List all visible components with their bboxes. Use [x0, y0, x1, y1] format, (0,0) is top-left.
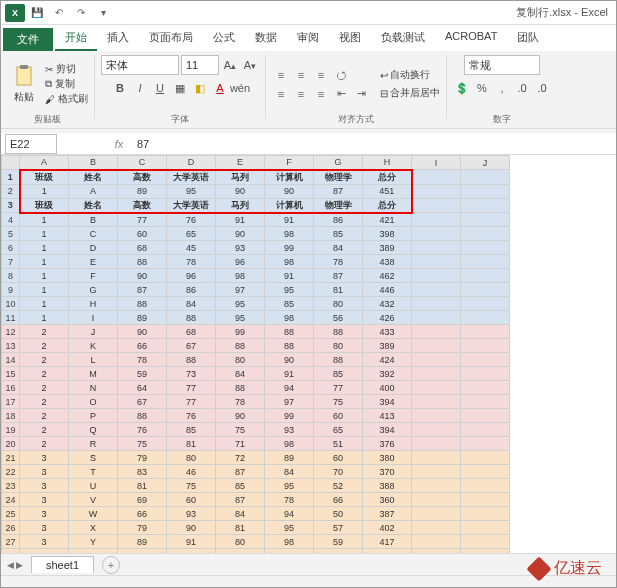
- cell[interactable]: 60: [118, 227, 167, 241]
- cell[interactable]: 59: [314, 535, 363, 549]
- copy-button[interactable]: ⧉复制: [45, 77, 88, 91]
- cell[interactable]: 65: [167, 227, 216, 241]
- paste-button[interactable]: 粘贴: [7, 58, 41, 110]
- cell[interactable]: M: [69, 367, 118, 381]
- row-header[interactable]: 27: [2, 535, 20, 549]
- font-name-select[interactable]: 宋体: [101, 55, 179, 75]
- number-format-select[interactable]: 常规: [464, 55, 540, 75]
- cell[interactable]: 90: [216, 227, 265, 241]
- percent-button[interactable]: %: [473, 79, 491, 97]
- cell[interactable]: 95: [167, 184, 216, 198]
- cell[interactable]: 总分: [363, 170, 412, 185]
- cell[interactable]: 90: [118, 325, 167, 339]
- cell[interactable]: 77: [167, 381, 216, 395]
- cell[interactable]: 98: [216, 269, 265, 283]
- cell[interactable]: 77: [167, 395, 216, 409]
- cell[interactable]: 389: [363, 339, 412, 353]
- cell[interactable]: 90: [265, 353, 314, 367]
- cell[interactable]: 姓名: [69, 170, 118, 185]
- cell[interactable]: Z: [69, 549, 118, 554]
- row-header[interactable]: 14: [2, 353, 20, 367]
- cell[interactable]: 392: [363, 367, 412, 381]
- row-header[interactable]: 15: [2, 367, 20, 381]
- cell[interactable]: 451: [363, 184, 412, 198]
- cell[interactable]: 387: [363, 507, 412, 521]
- row-header[interactable]: 8: [2, 269, 20, 283]
- cell[interactable]: O: [69, 395, 118, 409]
- comma-button[interactable]: ,: [493, 79, 511, 97]
- cell[interactable]: 78: [118, 353, 167, 367]
- cell[interactable]: P: [69, 409, 118, 423]
- font-color-button[interactable]: A: [211, 79, 229, 97]
- cell[interactable]: 66: [314, 493, 363, 507]
- cell[interactable]: B: [69, 213, 118, 227]
- column-header[interactable]: F: [265, 156, 314, 170]
- cell[interactable]: 421: [363, 213, 412, 227]
- align-middle-button[interactable]: ≡: [292, 67, 310, 83]
- row-header[interactable]: 26: [2, 521, 20, 535]
- cell[interactable]: 3: [20, 521, 69, 535]
- cell[interactable]: 80: [216, 353, 265, 367]
- cell[interactable]: 76: [167, 409, 216, 423]
- cell[interactable]: 67: [167, 339, 216, 353]
- cell[interactable]: D: [69, 241, 118, 255]
- grow-font-button[interactable]: A▴: [221, 56, 239, 74]
- cell[interactable]: 计算机: [265, 198, 314, 213]
- redo-icon[interactable]: ↷: [71, 3, 91, 23]
- cell[interactable]: 80: [167, 451, 216, 465]
- cell[interactable]: 2: [20, 437, 69, 451]
- cell[interactable]: 93: [265, 423, 314, 437]
- cell[interactable]: 360: [363, 493, 412, 507]
- name-box[interactable]: E22: [5, 134, 57, 154]
- cell[interactable]: 90: [265, 184, 314, 198]
- orientation-button[interactable]: ⭯: [332, 67, 350, 83]
- dec-decimal-button[interactable]: .0: [533, 79, 551, 97]
- cell[interactable]: 1: [20, 255, 69, 269]
- cell[interactable]: 71: [216, 437, 265, 451]
- cell[interactable]: 73: [167, 367, 216, 381]
- cell[interactable]: 45: [167, 241, 216, 255]
- cell[interactable]: J: [69, 325, 118, 339]
- cell[interactable]: 413: [363, 409, 412, 423]
- cell[interactable]: 75: [118, 437, 167, 451]
- cell[interactable]: 75: [216, 423, 265, 437]
- cell[interactable]: 大学英语: [167, 170, 216, 185]
- tab-页面布局[interactable]: 页面布局: [139, 26, 203, 51]
- cell[interactable]: X: [69, 521, 118, 535]
- cell[interactable]: 98: [265, 535, 314, 549]
- cell[interactable]: S: [69, 451, 118, 465]
- cell[interactable]: 87: [314, 269, 363, 283]
- cell[interactable]: 84: [216, 507, 265, 521]
- cell[interactable]: R: [69, 437, 118, 451]
- cell[interactable]: G: [69, 283, 118, 297]
- row-header[interactable]: 12: [2, 325, 20, 339]
- cell[interactable]: 50: [314, 507, 363, 521]
- row-header[interactable]: 10: [2, 297, 20, 311]
- row-header[interactable]: 19: [2, 423, 20, 437]
- cell[interactable]: 1: [20, 311, 69, 325]
- save-icon[interactable]: 💾: [27, 3, 47, 23]
- row-header[interactable]: 16: [2, 381, 20, 395]
- cell[interactable]: 99: [216, 325, 265, 339]
- cell[interactable]: 98: [265, 311, 314, 325]
- merge-center-button[interactable]: ⊟合并后居中: [380, 86, 440, 100]
- cell[interactable]: 81: [314, 283, 363, 297]
- cell[interactable]: 94: [265, 507, 314, 521]
- cell[interactable]: 91: [167, 535, 216, 549]
- row-header[interactable]: 4: [2, 213, 20, 227]
- sheet-tab[interactable]: sheet1: [31, 556, 94, 573]
- cell[interactable]: 438: [363, 255, 412, 269]
- cell[interactable]: 417: [363, 535, 412, 549]
- cell[interactable]: F: [69, 269, 118, 283]
- cell[interactable]: 394: [363, 423, 412, 437]
- cell[interactable]: 77: [314, 381, 363, 395]
- cell[interactable]: 88: [216, 339, 265, 353]
- cell[interactable]: 85: [216, 479, 265, 493]
- cell[interactable]: 88: [118, 255, 167, 269]
- cell[interactable]: 85: [167, 423, 216, 437]
- tab-数据[interactable]: 数据: [245, 26, 287, 51]
- cell[interactable]: 3: [20, 549, 69, 554]
- cell[interactable]: 85: [314, 227, 363, 241]
- cell[interactable]: I: [69, 311, 118, 325]
- cell[interactable]: 59: [118, 367, 167, 381]
